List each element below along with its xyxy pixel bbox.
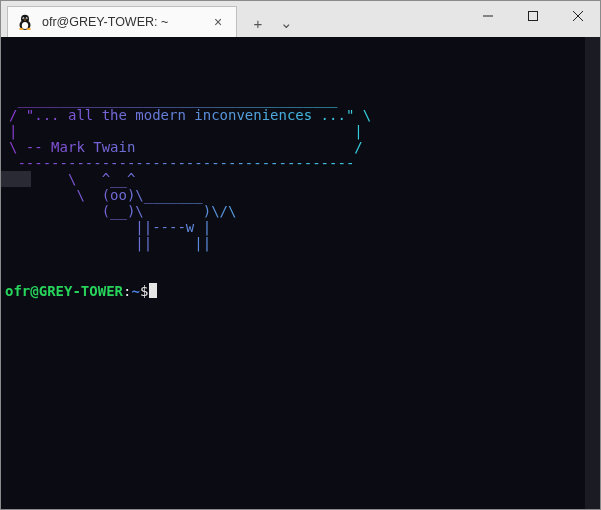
tab-close-button[interactable]: × — [210, 14, 226, 30]
art-line: \ ^__^ — [5, 171, 600, 187]
art-line: / "... all the modern inconveniences ...… — [5, 107, 600, 123]
cowsay-output: ______________________________________/ … — [1, 91, 600, 251]
window-controls — [465, 1, 600, 37]
svg-rect-10 — [528, 12, 537, 21]
shell-prompt: ofr@GREY-TOWER:~$ — [1, 283, 600, 299]
svg-point-6 — [26, 18, 27, 19]
cursor — [149, 283, 157, 298]
svg-point-7 — [19, 28, 24, 30]
tux-icon — [16, 13, 34, 31]
art-line: | | — [5, 123, 600, 139]
art-line: \ (oo)\_______ — [5, 187, 600, 203]
art-line: || || — [5, 235, 600, 251]
new-tab-button[interactable]: + — [251, 15, 265, 32]
art-line: ||----w | — [5, 219, 600, 235]
svg-point-8 — [26, 28, 31, 30]
prompt-separator: : — [123, 283, 131, 299]
art-line: \ -- Mark Twain / — [5, 139, 600, 155]
scrollbar-vertical[interactable] — [585, 37, 600, 509]
title-bar[interactable]: ofr@GREY-TOWER: ~ × + ⌄ — [1, 1, 600, 37]
tab-active[interactable]: ofr@GREY-TOWER: ~ × — [7, 6, 237, 37]
close-button[interactable] — [555, 1, 600, 31]
svg-point-2 — [22, 22, 28, 29]
terminal-viewport[interactable]: ______________________________________/ … — [1, 37, 600, 509]
tab-strip-controls: + ⌄ — [251, 9, 293, 37]
prompt-user-host: ofr@GREY-TOWER — [5, 283, 123, 299]
art-line: (__)\ )\/\ — [5, 203, 600, 219]
svg-point-5 — [23, 18, 24, 19]
art-line: ______________________________________ — [5, 91, 600, 107]
terminal-window: ofr@GREY-TOWER: ~ × + ⌄ ________________… — [0, 0, 601, 510]
tab-title: ofr@GREY-TOWER: ~ — [42, 15, 168, 29]
prompt-path: ~ — [131, 283, 139, 299]
maximize-button[interactable] — [510, 1, 555, 31]
minimize-button[interactable] — [465, 1, 510, 31]
tab-dropdown-button[interactable]: ⌄ — [279, 14, 293, 32]
prompt-symbol: $ — [140, 283, 148, 299]
art-line: ---------------------------------------- — [5, 155, 600, 171]
